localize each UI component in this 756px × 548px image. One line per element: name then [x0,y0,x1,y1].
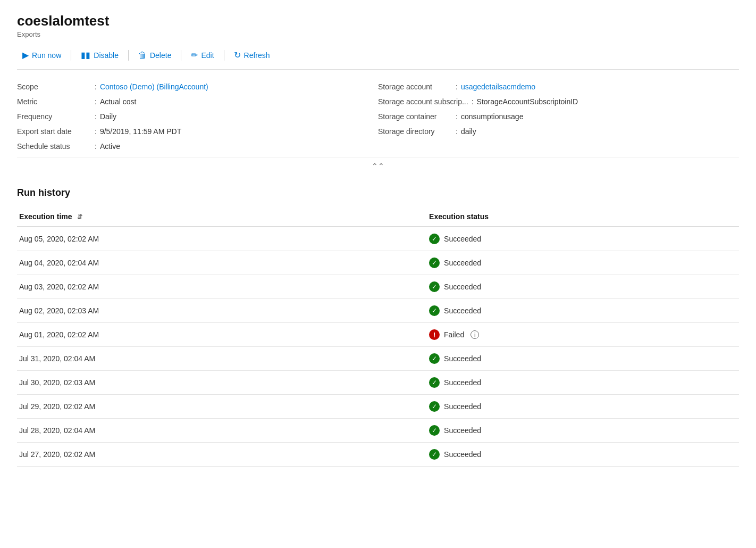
detail-label: Storage directory [378,127,452,136]
detail-label: Schedule status [17,142,91,151]
execution-time-cell: Jul 30, 2020, 02:03 AM [17,371,429,395]
detail-row: Storage account : usagedetailsacmdemo [378,82,739,91]
detail-label: Metric [17,97,91,106]
detail-label: Storage account [378,82,452,91]
status-text: Failed [444,330,464,339]
execution-status-cell: ✓Succeeded [429,275,739,299]
success-icon: ✓ [429,258,440,268]
status-cell: ✓Succeeded [429,425,730,436]
status-text: Succeeded [444,283,481,291]
page-subtitle: Exports [17,30,739,38]
execution-status-cell: ✓Succeeded [429,251,739,275]
table-row: Jul 29, 2020, 02:02 AM✓Succeeded [17,395,739,419]
detail-label: Storage account subscrip... [378,97,468,106]
execution-time-cell: Jul 28, 2020, 02:04 AM [17,419,429,443]
table-row: Aug 05, 2020, 02:02 AM✓Succeeded [17,227,739,251]
success-icon: ✓ [429,425,440,436]
disable-button[interactable]: ▮▮ Disable [75,48,124,63]
details-right: Storage account : usagedetailsacmdemoSto… [378,80,739,153]
detail-separator: : [472,97,474,106]
status-cell: ✓Succeeded [429,234,730,244]
info-icon[interactable]: i [471,330,479,339]
table-row: Jul 28, 2020, 02:04 AM✓Succeeded [17,419,739,443]
status-text: Succeeded [444,450,481,459]
page-title: coeslalomtest [17,13,739,29]
table-row: Aug 04, 2020, 02:04 AM✓Succeeded [17,251,739,275]
detail-value: Actual cost [100,97,136,106]
status-cell: ✓Succeeded [429,281,730,292]
detail-value: StorageAccountSubscriptoinID [477,97,578,106]
detail-label: Frequency [17,112,91,121]
detail-separator: : [456,127,458,136]
detail-row: Scope : Contoso (Demo) (BillingAccount) [17,82,378,91]
success-icon: ✓ [429,377,440,388]
execution-time-cell: Aug 04, 2020, 02:04 AM [17,251,429,275]
detail-row: Metric : Actual cost [17,97,378,106]
status-cell: ✓Succeeded [429,258,730,268]
col-execution-status: Execution status [429,207,739,227]
status-text: Succeeded [444,235,481,243]
detail-separator: : [95,127,97,136]
execution-time-cell: Aug 05, 2020, 02:02 AM [17,227,429,251]
execution-status-cell: !Failedi [429,323,739,347]
success-icon: ✓ [429,401,440,412]
success-icon: ✓ [429,353,440,364]
collapse-bar[interactable]: ⌃⌃ [17,157,739,175]
detail-value[interactable]: usagedetailsacmdemo [461,82,535,91]
execution-time-cell: Aug 03, 2020, 02:02 AM [17,275,429,299]
status-text: Succeeded [444,378,481,387]
detail-row: Frequency : Daily [17,112,378,121]
status-cell: ✓Succeeded [429,401,730,412]
detail-separator: : [456,82,458,91]
detail-row: Export start date : 9/5/2019, 11:59 AM P… [17,127,378,136]
detail-value: Active [100,142,120,151]
details-left: Scope : Contoso (Demo) (BillingAccount)M… [17,80,378,153]
status-text: Succeeded [444,426,481,435]
toolbar-separator-3 [181,50,181,61]
toolbar-separator-4 [224,50,224,61]
toolbar: ▶ Run now ▮▮ Disable 🗑 Delete ✏ Edit ↻ R… [17,48,739,70]
detail-row: Storage directory : daily [378,127,739,136]
refresh-icon: ↻ [234,51,241,60]
details-grid: Scope : Contoso (Demo) (BillingAccount)M… [17,80,739,153]
refresh-button[interactable]: ↻ Refresh [229,48,275,63]
edit-button[interactable]: ✏ Edit [186,48,219,63]
status-cell: !Failedi [429,329,730,340]
detail-value: daily [461,127,476,136]
run-now-button[interactable]: ▶ Run now [17,48,66,63]
toolbar-separator-2 [128,50,129,61]
detail-row: Schedule status : Active [17,142,378,151]
col-execution-time[interactable]: Execution time ⇵ [17,207,429,227]
delete-button[interactable]: 🗑 Delete [133,48,177,63]
table-row: Jul 27, 2020, 02:02 AM✓Succeeded [17,443,739,467]
execution-time-cell: Aug 02, 2020, 02:03 AM [17,299,429,323]
detail-row: Storage account subscrip... : StorageAcc… [378,97,739,106]
table-row: Aug 01, 2020, 02:02 AM!Failedi [17,323,739,347]
disable-icon: ▮▮ [81,51,90,60]
detail-value: Daily [100,112,116,121]
detail-value[interactable]: Contoso (Demo) (BillingAccount) [100,82,208,91]
table-row: Aug 03, 2020, 02:02 AM✓Succeeded [17,275,739,299]
toolbar-separator-1 [71,50,71,61]
status-cell: ✓Succeeded [429,377,730,388]
execution-status-cell: ✓Succeeded [429,419,739,443]
delete-icon: 🗑 [138,51,147,60]
execution-status-cell: ✓Succeeded [429,443,739,467]
success-icon: ✓ [429,305,440,316]
execution-time-cell: Aug 01, 2020, 02:02 AM [17,323,429,347]
detail-separator: : [95,112,97,121]
table-row: Jul 30, 2020, 02:03 AM✓Succeeded [17,371,739,395]
edit-icon: ✏ [191,51,198,60]
detail-separator: : [456,112,458,121]
table-row: Aug 02, 2020, 02:03 AM✓Succeeded [17,299,739,323]
detail-value: 9/5/2019, 11:59 AM PDT [100,127,181,136]
success-icon: ✓ [429,281,440,292]
status-text: Succeeded [444,354,481,363]
detail-label: Storage container [378,112,452,121]
status-text: Succeeded [444,402,481,411]
execution-time-cell: Jul 29, 2020, 02:02 AM [17,395,429,419]
execution-time-cell: Jul 27, 2020, 02:02 AM [17,443,429,467]
detail-separator: : [95,82,97,91]
run-history-title: Run history [17,187,739,198]
execution-status-cell: ✓Succeeded [429,347,739,371]
